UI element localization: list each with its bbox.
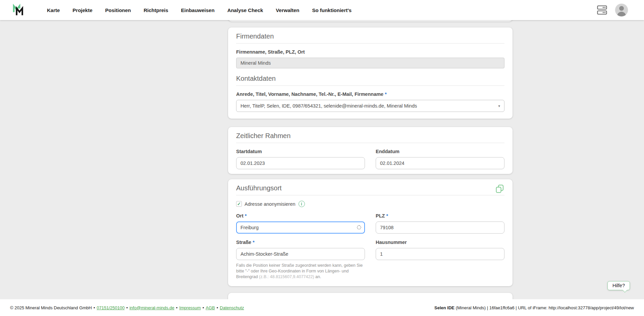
plz-field: PLZ *: [376, 213, 504, 234]
ausfuehrungsort-card: Ausführungsort ✓ Adresse anonymisieren i…: [228, 179, 513, 286]
ort-label: Ort *: [236, 213, 365, 219]
plz-input[interactable]: [376, 222, 504, 234]
kontaktdaten-title: Kontaktdaten: [236, 74, 504, 82]
hausnummer-label-text: Hausnummer: [376, 239, 407, 245]
startdatum-label: Startdatum: [236, 148, 365, 154]
required-asterisk: *: [385, 91, 387, 97]
chevron-down-icon: ▾: [498, 104, 500, 108]
strasse-field: Straße * Falls die Position keiner Straß…: [236, 239, 365, 280]
checkmark-icon: ✓: [237, 202, 241, 206]
required-asterisk: *: [253, 239, 255, 245]
helper-text-end: an.: [314, 274, 321, 279]
footer-separator: •: [203, 305, 204, 310]
help-button[interactable]: Hilfe?: [607, 281, 630, 290]
footer: © 2025 Mineral Minds Deutschland GmbH • …: [0, 299, 644, 316]
nav-item-projekte[interactable]: Projekte: [72, 7, 92, 13]
footer-link-datenschutz[interactable]: Datenschutz: [220, 305, 244, 310]
required-asterisk: *: [245, 213, 247, 219]
enddatum-field: Enddatum: [376, 148, 504, 169]
nav-item-so-funktionierts[interactable]: So funktioniert's: [312, 7, 352, 13]
plz-label-text: PLZ: [376, 213, 385, 219]
form-column: Firmendaten Firmenname, Straße, PLZ, Ort…: [228, 20, 513, 306]
nav-item-positionen[interactable]: Positionen: [105, 7, 131, 13]
kontakt-select[interactable]: Herr, TitelP, Selen, IDE, 0987/654321, s…: [236, 100, 504, 112]
hausnummer-field: Hausnummer: [376, 239, 504, 280]
strasse-label-text: Straße: [236, 239, 251, 245]
copy-icon[interactable]: [496, 185, 504, 193]
server-stack-icon[interactable]: [597, 5, 607, 15]
hausnummer-input[interactable]: [376, 248, 504, 260]
nav-item-verwalten[interactable]: Verwalten: [276, 7, 299, 13]
help-bubble-tail: [623, 288, 627, 293]
nav-item-analyse-check[interactable]: Analyse Check: [227, 7, 263, 13]
enddatum-label: Enddatum: [376, 148, 504, 154]
avatar-shoulders-icon: [617, 12, 626, 16]
firmenname-input[interactable]: [236, 58, 504, 68]
info-icon[interactable]: i: [299, 201, 305, 207]
footer-left: © 2025 Mineral Minds Deutschland GmbH • …: [10, 305, 244, 310]
firmendaten-title: Firmendaten: [236, 32, 504, 40]
strasse-input[interactable]: [236, 248, 365, 260]
footer-link-email[interactable]: info@mineral-minds.de: [129, 305, 174, 310]
footer-link-phone[interactable]: 07151/250100: [97, 305, 124, 310]
zeitraum-card: Zeitlicher Rahmen Startdatum Enddatum: [228, 127, 513, 174]
divider: [236, 143, 504, 143]
help-button-label: Hilfe?: [612, 283, 625, 288]
enddatum-label-text: Enddatum: [376, 148, 399, 154]
zeitraum-title: Zeitlicher Rahmen: [236, 132, 504, 140]
ort-input[interactable]: [236, 222, 365, 234]
kontakt-select-value: Herr, TitelP, Selen, IDE, 0987/654321, s…: [240, 103, 417, 109]
footer-separator: •: [217, 305, 218, 310]
startdatum-input[interactable]: [236, 157, 365, 169]
footer-ide-name: Selen IDE: [434, 305, 454, 310]
ort-field: Ort *: [236, 213, 365, 234]
footer-separator: •: [126, 305, 128, 310]
strasse-helper-text: Falls die Position keiner Straße zugeord…: [236, 263, 365, 280]
kontakt-label: Anrede, Titel, Vorname, Nachname, Tel.-N…: [236, 91, 504, 97]
loading-spinner-icon: [357, 225, 361, 230]
mineral-minds-logo-icon[interactable]: [13, 3, 24, 17]
divider: [236, 195, 504, 195]
footer-link-agb[interactable]: AGB: [206, 305, 215, 310]
enddatum-input[interactable]: [376, 157, 504, 169]
appbar-right: [597, 4, 628, 16]
required-asterisk: *: [386, 213, 388, 219]
anonymize-checkbox[interactable]: ✓: [236, 201, 242, 207]
strasse-label: Straße *: [236, 239, 365, 245]
ort-label-text: Ort: [236, 213, 244, 219]
firmenname-label: Firmenname, Straße, PLZ, Ort: [236, 49, 504, 55]
avatar-head-icon: [619, 6, 624, 11]
footer-status-text: Selen IDE (Mineral Minds) | 16fae1ffc6a6…: [434, 305, 634, 310]
ausfuehrungsort-title: Ausführungsort: [236, 184, 504, 192]
footer-separator: •: [94, 305, 95, 310]
anonymize-label: Adresse anonymisieren: [245, 201, 296, 207]
user-avatar[interactable]: [615, 4, 628, 16]
footer-link-impressum[interactable]: Impressum: [179, 305, 201, 310]
divider: [236, 85, 504, 86]
hausnummer-label: Hausnummer: [376, 239, 504, 245]
footer-ide-details: (Mineral Minds) | 16fae1ffc6a6 | URL of …: [454, 305, 634, 310]
firmenname-label-text: Firmenname, Straße, PLZ, Ort: [236, 49, 305, 55]
app-bar: Karte Projekte Positionen Richtpreis Ein…: [0, 0, 644, 20]
main-nav: Karte Projekte Positionen Richtpreis Ein…: [47, 7, 352, 13]
plz-label: PLZ *: [376, 213, 504, 219]
copyright-text: © 2025 Mineral Minds Deutschland GmbH: [10, 305, 92, 310]
startdatum-label-text: Startdatum: [236, 148, 262, 154]
anonymize-row: ✓ Adresse anonymisieren i: [236, 201, 504, 207]
kontakt-label-text: Anrede, Titel, Vorname, Nachname, Tel.-N…: [236, 91, 383, 97]
nav-item-richtpreis[interactable]: Richtpreis: [144, 7, 168, 13]
startdatum-field: Startdatum: [236, 148, 365, 169]
helper-text-example: (z.B.: 48.8115607,9.4077422): [259, 274, 314, 279]
nav-item-karte[interactable]: Karte: [47, 7, 60, 13]
footer-separator: •: [176, 305, 178, 310]
nav-item-einbauweisen[interactable]: Einbauweisen: [181, 7, 215, 13]
firmendaten-card: Firmendaten Firmenname, Straße, PLZ, Ort…: [228, 27, 513, 119]
divider: [236, 43, 504, 44]
